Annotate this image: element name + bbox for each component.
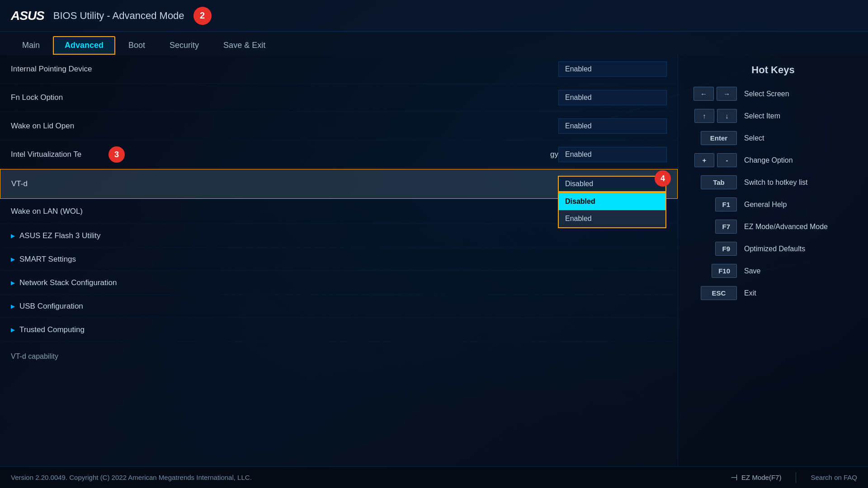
- hotkey-label-f7: EZ Mode/Advanced Mode: [744, 223, 854, 231]
- value-vtd[interactable]: Disabled: [558, 176, 666, 192]
- hotkey-f1: F1 General Help: [692, 197, 854, 211]
- hotkey-f10: F10 Save: [692, 264, 854, 278]
- setting-row-intel-virt: Intel Virtualization Te 3 gy Enabled: [0, 141, 678, 169]
- label-asus-ez-flash: ASUS EZ Flash 3 Utility: [19, 231, 101, 240]
- footer: Version 2.20.0049. Copyright (C) 2022 Am…: [0, 466, 868, 488]
- submenu-trusted-computing[interactable]: ▶ Trusted Computing: [0, 318, 678, 342]
- key-f9[interactable]: F9: [715, 242, 737, 256]
- tab-save-exit[interactable]: Save & Exit: [212, 37, 277, 54]
- hotkey-f7: F7 EZ Mode/Advanced Mode: [692, 220, 854, 234]
- header: ASUS BIOS Utility - Advanced Mode 2: [0, 0, 868, 32]
- hotkeys-panel: Hot Keys ← → Select Screen ↑ ↓ Select It…: [678, 55, 868, 466]
- label-intel-virt-suffix: gy: [550, 150, 558, 159]
- hotkey-tab: Tab Switch to hotkey list: [692, 175, 854, 189]
- setting-row-wake-lid: Wake on Lid Open Enabled: [0, 112, 678, 141]
- key-plus[interactable]: +: [694, 153, 714, 167]
- hotkey-keys-f10: F10: [692, 264, 737, 278]
- setting-row-vtd: VT-d Disabled 4 Disabled Enabled: [0, 169, 678, 199]
- info-text: VT-d capability: [11, 352, 58, 360]
- hotkey-esc: ESC Exit: [692, 286, 854, 300]
- vtd-dropdown-container: Disabled 4 Disabled Enabled: [558, 176, 666, 192]
- label-intel-virt: Intel Virtualization Te: [11, 150, 550, 159]
- hotkey-keys-enter: Enter: [692, 131, 737, 145]
- label-network-stack: Network Stack Configuration: [19, 278, 117, 287]
- vtd-dropdown-menu: Disabled Enabled: [558, 192, 666, 228]
- key-up-arrow[interactable]: ↑: [694, 109, 714, 123]
- key-f1[interactable]: F1: [715, 197, 737, 211]
- value-internal-pointing[interactable]: Enabled: [558, 61, 667, 77]
- step-2-badge: 2: [193, 7, 212, 25]
- hotkey-label-select: Select: [744, 134, 854, 142]
- hotkeys-title: Hot Keys: [692, 64, 854, 76]
- hotkey-label-esc: Exit: [744, 289, 854, 297]
- key-tab[interactable]: Tab: [701, 175, 737, 189]
- label-wake-lid: Wake on Lid Open: [11, 122, 558, 131]
- hotkey-label-f9: Optimized Defaults: [744, 245, 854, 253]
- key-left-arrow[interactable]: ←: [693, 87, 714, 101]
- key-esc[interactable]: ESC: [701, 286, 737, 300]
- ez-mode-label: EZ Mode(F7): [741, 474, 781, 481]
- dropdown-option-enabled[interactable]: Enabled: [559, 210, 665, 227]
- key-enter[interactable]: Enter: [701, 131, 737, 145]
- hotkey-keys-f7: F7: [692, 220, 737, 234]
- value-fn-lock[interactable]: Enabled: [558, 90, 667, 105]
- footer-divider: [796, 472, 796, 483]
- label-smart-settings: SMART Settings: [19, 255, 76, 264]
- key-down-arrow[interactable]: ↓: [717, 109, 737, 123]
- bios-title: BIOS Utility - Advanced Mode: [53, 10, 184, 22]
- main-layout: Internal Pointing Device Enabled Fn Lock…: [0, 55, 868, 466]
- nav-tabs: Main Advanced Boot Security Save & Exit: [0, 32, 868, 55]
- hotkey-label-select-screen: Select Screen: [744, 90, 854, 98]
- ez-mode-icon: ⊣: [731, 473, 738, 483]
- hotkey-label-f10: Save: [744, 267, 854, 275]
- footer-right: ⊣ EZ Mode(F7) Search on FAQ: [731, 472, 857, 483]
- content-wrapper: ASUS BIOS Utility - Advanced Mode 2 Main…: [0, 0, 868, 488]
- settings-panel: Internal Pointing Device Enabled Fn Lock…: [0, 55, 678, 466]
- hotkey-label-tab: Switch to hotkey list: [744, 178, 854, 187]
- arrow-usb: ▶: [11, 303, 15, 310]
- label-usb-config: USB Configuration: [19, 302, 83, 311]
- tab-security[interactable]: Security: [158, 37, 210, 54]
- step-4-badge: 4: [655, 170, 671, 187]
- hotkey-keys-esc: ESC: [692, 286, 737, 300]
- submenu-usb-config[interactable]: ▶ USB Configuration: [0, 295, 678, 318]
- hotkey-keys-f1: F1: [692, 197, 737, 211]
- setting-row-internal-pointing: Internal Pointing Device Enabled: [0, 55, 678, 84]
- key-f10[interactable]: F10: [712, 264, 737, 278]
- tab-main[interactable]: Main: [11, 37, 51, 54]
- footer-copyright: Version 2.20.0049. Copyright (C) 2022 Am…: [11, 474, 252, 481]
- tab-boot[interactable]: Boot: [117, 37, 156, 54]
- key-f7[interactable]: F7: [715, 220, 737, 234]
- submenu-smart-settings[interactable]: ▶ SMART Settings: [0, 248, 678, 271]
- label-fn-lock: Fn Lock Option: [11, 93, 558, 102]
- label-vtd: VT-d: [11, 179, 558, 188]
- asus-logo: ASUS: [11, 9, 44, 23]
- search-faq-link[interactable]: Search on FAQ: [811, 474, 857, 481]
- ez-mode-button[interactable]: ⊣ EZ Mode(F7): [731, 473, 781, 483]
- setting-row-fn-lock: Fn Lock Option Enabled: [0, 84, 678, 112]
- hotkey-change-option: + - Change Option: [692, 153, 854, 167]
- hotkey-label-select-item: Select Item: [744, 112, 854, 120]
- hotkey-keys-tab: Tab: [692, 175, 737, 189]
- value-intel-virt[interactable]: Enabled: [558, 147, 667, 162]
- key-minus[interactable]: -: [717, 153, 737, 167]
- key-right-arrow[interactable]: →: [717, 87, 737, 101]
- label-internal-pointing: Internal Pointing Device: [11, 65, 558, 74]
- label-trusted-computing: Trusted Computing: [19, 325, 85, 334]
- arrow-network: ▶: [11, 280, 15, 286]
- value-wake-lid[interactable]: Enabled: [558, 118, 667, 134]
- arrow-smart: ▶: [11, 256, 15, 263]
- dropdown-option-disabled[interactable]: Disabled: [559, 193, 665, 210]
- hotkey-keys-f9: F9: [692, 242, 737, 256]
- hotkey-select-screen: ← → Select Screen: [692, 87, 854, 101]
- hotkey-keys-change-option: + -: [692, 153, 737, 167]
- submenu-network-stack[interactable]: ▶ Network Stack Configuration: [0, 271, 678, 295]
- hotkey-select-item: ↑ ↓ Select Item: [692, 109, 854, 123]
- arrow-trusted: ▶: [11, 327, 15, 333]
- hotkey-select: Enter Select: [692, 131, 854, 145]
- hotkey-label-change-option: Change Option: [744, 156, 854, 164]
- step-3-badge: 3: [108, 146, 125, 163]
- hotkey-f9: F9 Optimized Defaults: [692, 242, 854, 256]
- hotkey-keys-select-item: ↑ ↓: [692, 109, 737, 123]
- tab-advanced[interactable]: Advanced: [53, 36, 115, 55]
